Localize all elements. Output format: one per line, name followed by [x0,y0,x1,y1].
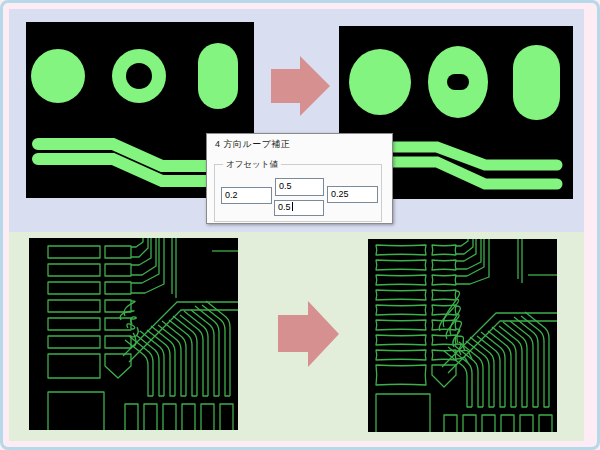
transform-right-arrow-icon [271,55,331,121]
dialog-title: 4 方向ループ補正 [215,139,290,149]
text-caret [292,202,293,211]
outline-before-panel [29,238,238,430]
offset-groupbox: オフセット値 0.2 0.5 0.5 0.25 [214,164,382,222]
offset-field-bottom-center[interactable]: 0.5 [274,200,324,216]
outline-after-panel [368,239,557,432]
loop-correction-dialog: 4 方向ループ補正 オフセット値 0.2 0.5 0.5 0.25 [206,133,393,224]
offset-group-label: オフセット値 [223,159,281,170]
offset-field-left[interactable]: 0.2 [221,187,272,204]
dialog-title-bar[interactable]: 4 方向ループ補正 [207,134,392,154]
transform-right-arrow-icon [278,300,340,372]
offset-field-right-value: 0.25 [331,189,349,199]
offset-field-top-center[interactable]: 0.5 [275,178,324,196]
offset-field-left-value: 0.2 [225,190,238,200]
outline-after-graphic [368,239,557,432]
screenshot-root: 4 方向ループ補正 オフセット値 0.2 0.5 0.5 0.25 [0,0,600,450]
offset-field-bottom-center-value: 0.5 [278,202,291,212]
outline-before-graphic [29,238,238,430]
offset-field-right[interactable]: 0.25 [327,186,378,203]
offset-field-top-center-value: 0.5 [279,181,292,191]
